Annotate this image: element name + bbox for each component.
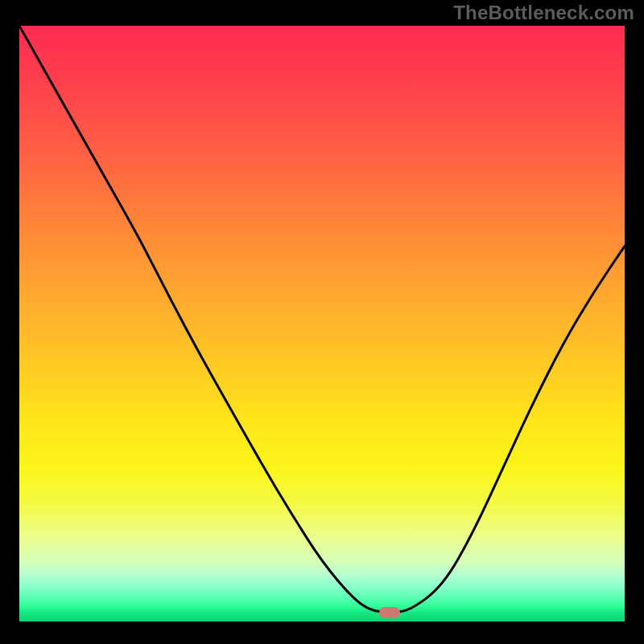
optimal-point-marker — [379, 607, 400, 618]
chart-plot-area — [18, 24, 626, 623]
watermark-text: TheBottleneck.com — [453, 2, 634, 24]
chart-curve — [19, 26, 625, 621]
bottleneck-curve-path — [19, 26, 625, 612]
